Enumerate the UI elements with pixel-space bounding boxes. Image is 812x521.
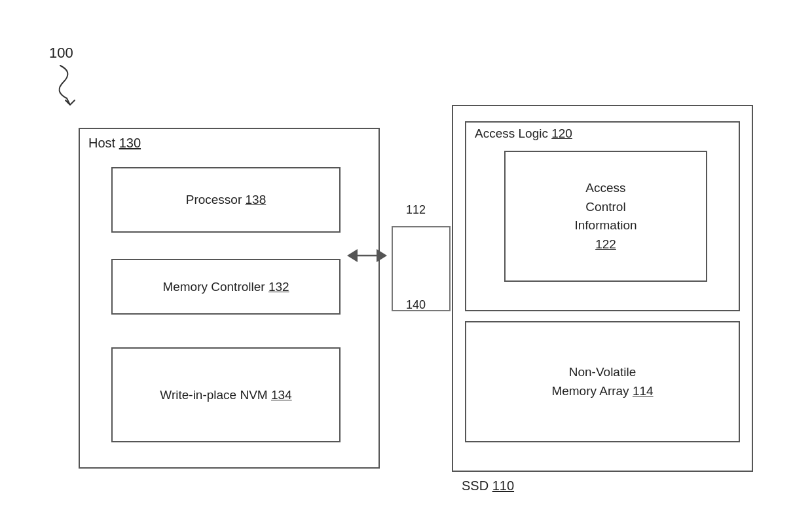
nvm-box: Non-Volatile Memory Array 114 [465,321,740,442]
access-logic-label: Access Logic 120 [475,126,572,141]
bidirectional-arrow [339,233,395,279]
processor-box: Processor 138 [111,167,341,233]
figure-label: 100 [49,45,73,62]
diagram: 100 Host 130 Processor 138 Memory Contro… [0,0,812,521]
wip-nvm-box: Write-in-place NVM 134 [111,347,341,442]
memory-controller-box: Memory Controller 132 [111,259,341,315]
figure-reference-arrow [54,62,100,108]
processor-label: Processor 138 [186,193,267,207]
label-140: 140 [406,298,426,312]
aci-label: Access Control Information 122 [574,179,637,254]
ssd-label: SSD 110 [462,478,514,493]
host-label: Host 130 [88,136,141,151]
figure-number: 100 [49,45,73,61]
aci-box: Access Control Information 122 [504,151,707,282]
memory-controller-label: Memory Controller 132 [162,280,289,294]
wip-nvm-label: Write-in-place NVM 134 [160,388,291,402]
nvm-label: Non-Volatile Memory Array 114 [551,363,653,400]
label-112: 112 [406,203,426,217]
